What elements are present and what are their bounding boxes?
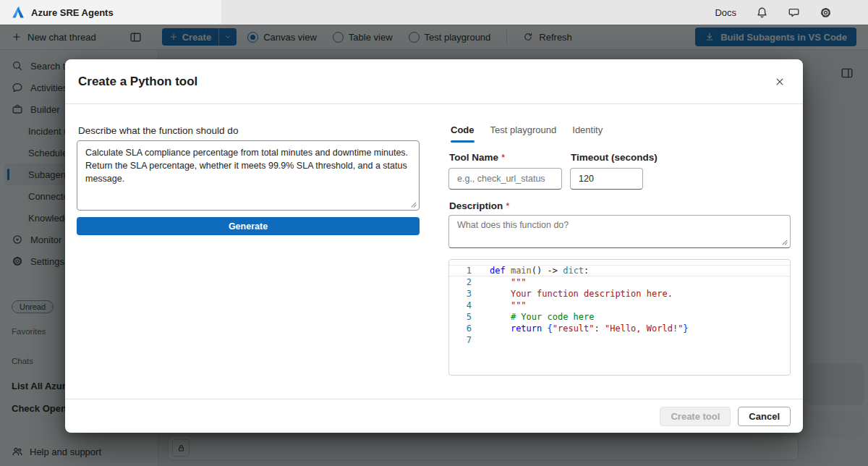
code-token: { <box>548 323 553 334</box>
code-token: } <box>683 323 688 334</box>
required-marker: * <box>501 152 505 163</box>
create-python-tool-dialog: Create a Python tool Describe what the f… <box>65 59 803 433</box>
line-number: 7 <box>449 334 484 346</box>
tab-code[interactable]: Code <box>443 120 482 143</box>
timeout-label: Timeout (seconds) <box>571 152 658 163</box>
azure-logo-icon <box>12 6 25 19</box>
code-token <box>490 323 511 334</box>
dialog-footer: Create tool Cancel <box>65 399 803 433</box>
describe-function-input[interactable]: Calculate SLA compliance percentage from… <box>77 140 420 211</box>
code-line: 1def main() -> dict: <box>449 265 790 276</box>
code-tabs: CodeTest playgroundIdentity <box>443 120 610 143</box>
close-dialog-button[interactable] <box>770 72 790 92</box>
code-token <box>490 289 511 299</box>
tool-name-input[interactable] <box>448 168 562 190</box>
timeout-input[interactable] <box>570 168 643 190</box>
code-token: def <box>490 266 506 276</box>
line-number: 3 <box>449 288 484 300</box>
dialog-header: Create a Python tool <box>65 59 803 104</box>
tool-name-label-text: Tool Name <box>449 152 498 163</box>
line-number: 5 <box>449 311 484 323</box>
code-line-content <box>484 334 490 346</box>
close-icon <box>775 77 785 87</box>
line-number: 6 <box>449 323 484 334</box>
code-token: return <box>511 323 542 334</box>
code-line: 3 Your function description here. <box>449 288 790 300</box>
feedback-icon[interactable] <box>788 7 800 19</box>
app-title: Azure SRE Agents <box>31 7 114 18</box>
code-editor[interactable]: 1def main() -> dict:2 """3 Your function… <box>448 259 791 376</box>
describe-function-label: Describe what the function should do <box>78 125 238 136</box>
header-actions: Docs <box>715 7 832 19</box>
docs-link[interactable]: Docs <box>715 7 736 18</box>
code-line-content: def main() -> dict: <box>484 265 589 276</box>
code-token: "Hello, World!" <box>605 323 683 334</box>
generate-button[interactable]: Generate <box>77 217 420 235</box>
dialog-title: Create a Python tool <box>78 75 197 89</box>
line-number: 1 <box>449 265 484 276</box>
code-line: 7 <box>449 334 790 346</box>
code-token: : <box>584 266 589 276</box>
code-token: dict <box>563 266 584 276</box>
cancel-button[interactable]: Cancel <box>738 407 791 426</box>
code-token: : <box>595 323 605 334</box>
code-token <box>490 300 511 310</box>
notifications-bell-icon[interactable] <box>756 7 768 19</box>
code-line-content: """ <box>484 300 527 311</box>
required-marker: * <box>506 200 509 211</box>
code-token: main <box>511 266 532 276</box>
code-token: () -> <box>532 266 563 276</box>
code-token <box>490 277 511 287</box>
description-input[interactable] <box>448 215 791 248</box>
code-token <box>506 266 511 276</box>
code-line-content: Your function description here. <box>484 288 673 300</box>
top-header: Azure SRE Agents Docs <box>0 0 868 25</box>
code-line-content: # Your code here <box>484 311 595 323</box>
code-token: "result" <box>553 323 595 334</box>
tab-test-playground[interactable]: Test playground <box>482 120 565 143</box>
code-line: 5 # Your code here <box>449 311 790 323</box>
code-line: 2 """ <box>449 276 790 288</box>
code-line-content: return {"result": "Hello, World!"} <box>484 323 689 334</box>
code-token: """ <box>511 300 527 310</box>
description-field <box>448 215 791 248</box>
settings-gear-icon[interactable] <box>820 7 832 19</box>
line-number: 4 <box>449 300 484 311</box>
description-label: Description* <box>449 200 510 211</box>
code-token <box>542 323 547 334</box>
code-token: # Your code here <box>511 312 595 322</box>
tab-identity[interactable]: Identity <box>564 120 610 143</box>
code-token: """ <box>511 277 527 287</box>
code-token: Your function description here. <box>511 289 673 299</box>
description-label-text: Description <box>449 200 503 211</box>
tool-name-label: Tool Name* <box>449 152 505 163</box>
create-tool-button[interactable]: Create tool <box>660 407 731 426</box>
code-line: 6 return {"result": "Hello, World!"} <box>449 323 790 334</box>
describe-function-field: Calculate SLA compliance percentage from… <box>77 140 420 211</box>
code-token <box>490 312 511 322</box>
code-line-content: """ <box>484 276 527 288</box>
line-number: 2 <box>449 276 484 288</box>
code-line: 4 """ <box>449 300 790 311</box>
